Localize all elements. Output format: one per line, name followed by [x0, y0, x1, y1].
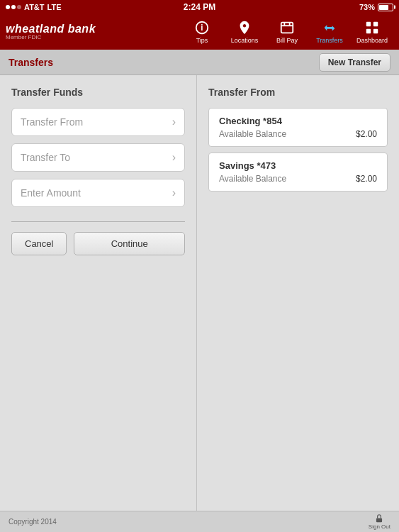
tips-icon: i	[194, 20, 210, 35]
continue-button[interactable]: Continue	[74, 232, 185, 255]
account-card-savings[interactable]: Savings *473 Available Balance $2.00	[208, 153, 388, 192]
transfers-label: Transfers	[316, 37, 343, 44]
transfer-from-chevron-icon: ›	[172, 116, 176, 128]
status-time: 2:24 PM	[184, 2, 215, 12]
nav-locations[interactable]: Locations	[223, 17, 266, 47]
left-panel-title: Transfer Funds	[11, 87, 185, 98]
svg-rect-10	[376, 518, 382, 522]
svg-rect-6	[366, 22, 371, 26]
main-content: Transfer Funds Transfer From › Transfer …	[0, 75, 399, 511]
left-panel: Transfer Funds Transfer From › Transfer …	[0, 75, 197, 511]
status-bar: AT&T LTE 2:24 PM 73%	[0, 0, 399, 14]
bank-name: wheatland bank	[6, 23, 96, 35]
checking-balance-label: Available Balance	[219, 129, 286, 139]
checking-account-name: Checking *854	[219, 116, 377, 126]
new-transfer-button[interactable]: New Transfer	[319, 53, 390, 72]
nav-tips[interactable]: i Tips	[181, 17, 223, 47]
battery-percent: 73%	[359, 3, 375, 11]
svg-rect-7	[373, 22, 378, 26]
transfer-from-label: Transfer From	[21, 116, 83, 128]
checking-balance-row: Available Balance $2.00	[219, 129, 377, 139]
signal-dot-2	[11, 5, 16, 9]
carrier-label: AT&T	[24, 3, 45, 11]
svg-rect-8	[366, 29, 371, 33]
savings-account-name: Savings *473	[219, 160, 377, 171]
status-left: AT&T LTE	[6, 3, 61, 11]
fdic-label: Member FDIC	[6, 35, 96, 41]
transfer-to-field[interactable]: Transfer To ›	[11, 143, 185, 172]
locations-label: Locations	[231, 37, 259, 44]
billpay-icon	[279, 20, 295, 35]
footer: Copyright 2014 Sign Out	[0, 511, 399, 532]
nav-icons: i Tips Locations Bill Pay	[96, 17, 393, 47]
svg-text:i: i	[201, 23, 203, 33]
bank-logo: wheatland bank Member FDIC	[6, 23, 96, 41]
sign-out-button[interactable]: Sign Out	[369, 514, 390, 530]
nav-bar: wheatland bank Member FDIC i Tips Locati…	[0, 14, 399, 50]
nav-dashboard[interactable]: Dashboard	[351, 17, 393, 47]
savings-balance-amount: $2.00	[356, 174, 377, 184]
savings-balance-row: Available Balance $2.00	[219, 174, 377, 184]
nav-billpay[interactable]: Bill Pay	[266, 17, 308, 47]
transfer-to-label: Transfer To	[21, 152, 70, 163]
svg-rect-2	[281, 23, 293, 33]
page-title: Transfers	[9, 57, 53, 68]
form-divider	[11, 221, 185, 222]
signal-dot-1	[6, 5, 10, 9]
billpay-label: Bill Pay	[276, 37, 298, 44]
transfers-icon	[322, 20, 337, 35]
dashboard-label: Dashboard	[356, 37, 388, 44]
toolbar: Transfers New Transfer	[0, 50, 399, 75]
cancel-button[interactable]: Cancel	[11, 232, 67, 255]
enter-amount-label: Enter Amount	[21, 187, 81, 199]
enter-amount-chevron-icon: ›	[172, 187, 176, 199]
locations-icon	[237, 20, 252, 35]
svg-rect-9	[373, 29, 378, 33]
nav-transfers[interactable]: Transfers	[308, 17, 351, 47]
form-buttons: Cancel Continue	[11, 232, 185, 255]
right-panel: Transfer From Checking *854 Available Ba…	[197, 75, 399, 511]
right-panel-title: Transfer From	[208, 87, 388, 98]
account-card-checking[interactable]: Checking *854 Available Balance $2.00	[208, 108, 388, 147]
battery-fill	[379, 5, 388, 10]
savings-balance-label: Available Balance	[219, 174, 286, 184]
transfer-from-field[interactable]: Transfer From ›	[11, 108, 185, 136]
lock-icon	[374, 514, 384, 523]
sign-out-label: Sign Out	[369, 523, 390, 530]
signal-dot-3	[17, 5, 21, 9]
signal-dots	[6, 5, 21, 9]
network-label: LTE	[47, 3, 62, 11]
dashboard-icon	[364, 20, 380, 35]
tips-label: Tips	[196, 37, 208, 44]
transfer-to-chevron-icon: ›	[172, 151, 176, 164]
battery-icon	[378, 4, 393, 11]
checking-balance-amount: $2.00	[356, 129, 377, 139]
enter-amount-field[interactable]: Enter Amount ›	[11, 179, 185, 207]
copyright-label: Copyright 2014	[9, 518, 57, 526]
status-right: 73%	[359, 3, 393, 11]
